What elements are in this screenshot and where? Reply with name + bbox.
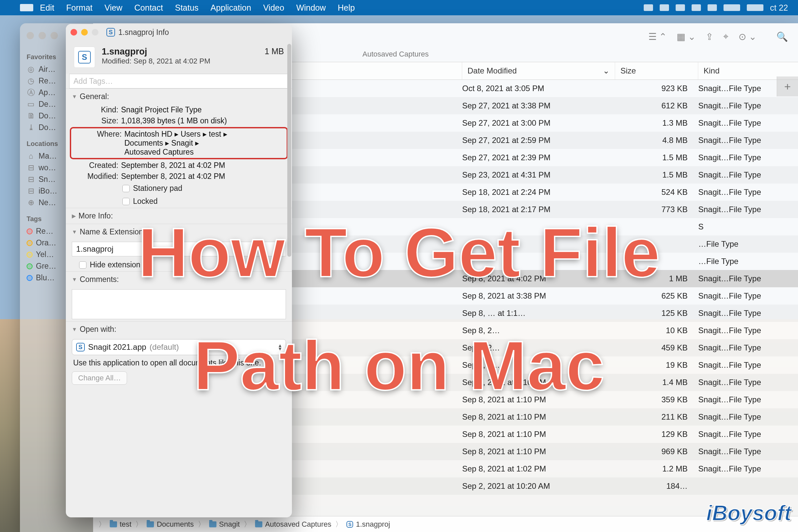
file-size: 923 KB — [610, 84, 693, 93]
menu-window[interactable]: Window — [296, 3, 326, 13]
file-kind: Snagit…File Type — [693, 118, 793, 128]
section-more-info[interactable]: ▶More Info: — [66, 208, 292, 224]
file-size: 612 KB — [610, 101, 693, 110]
hide-extension-label: Hide extension — [90, 260, 140, 269]
scrollbar[interactable] — [287, 44, 291, 257]
menu-contact[interactable]: Contact — [134, 3, 163, 13]
breadcrumb-item[interactable]: test — [110, 520, 131, 529]
comments-input[interactable] — [72, 289, 286, 319]
file-size: 1 MB — [610, 274, 693, 283]
file-date: Sep 8, 2021 at 1:10 PM — [457, 430, 610, 439]
section-name-extension[interactable]: ▼Name & Extension: — [66, 224, 292, 240]
col-date[interactable]: Date Modified⌄ — [462, 62, 615, 79]
file-date: Sep 8, 2… — [457, 343, 610, 353]
breadcrumb-item[interactable]: Autosaved Captures — [255, 520, 331, 529]
status-icon[interactable] — [676, 4, 685, 11]
download-icon: ⤓ — [26, 124, 35, 132]
snagit-file-icon: S — [346, 521, 353, 528]
where-highlight-box: Where:Macintosh HD ▸ Users ▸ test ▸ Docu… — [70, 127, 288, 159]
breadcrumb-item[interactable]: Snagit — [209, 520, 240, 529]
section-comments[interactable]: ▼Comments: — [66, 272, 292, 287]
open-with-help: Use this application to open all documen… — [66, 357, 292, 369]
close-icon[interactable] — [26, 32, 34, 39]
folder-icon — [255, 521, 262, 527]
file-kind: Snagit…File Type — [693, 153, 793, 162]
file-size: 459 KB — [610, 343, 693, 353]
menu-help[interactable]: Help — [338, 3, 355, 13]
menu-format[interactable]: Format — [66, 3, 92, 13]
stationery-checkbox[interactable] — [122, 185, 130, 192]
minimize-icon[interactable] — [81, 29, 88, 36]
status-icon[interactable] — [691, 4, 701, 11]
file-kind: S — [693, 222, 793, 231]
desktop-icon: ▭ — [26, 100, 35, 109]
close-icon[interactable] — [71, 29, 77, 36]
open-with-select[interactable]: S Snagit 2021.app (default) ▲▼ — [72, 339, 286, 355]
file-date: Sep 27, 2021 at 3:00 PM — [457, 118, 610, 128]
file-kind: Snagit…File Type — [693, 101, 793, 110]
section-general[interactable]: ▼General: — [66, 89, 292, 104]
view-list-icon[interactable]: ☰ ⌃ — [648, 31, 667, 42]
info-titlebar[interactable]: S1.snagproj Info — [66, 24, 292, 41]
view-group-icon[interactable]: ▦ ⌄ — [677, 31, 696, 42]
brand-watermark: iBoysoft — [706, 501, 791, 525]
status-icon[interactable] — [644, 4, 653, 11]
breadcrumb-item[interactable]: S1.snagproj — [346, 520, 390, 529]
share-icon[interactable]: ⇪ — [706, 31, 713, 42]
menu-video[interactable]: Video — [263, 3, 284, 13]
locked-checkbox[interactable] — [122, 198, 130, 205]
path-bar: 〉 test 〉 Documents 〉 Snagit 〉 Autosaved … — [93, 516, 798, 532]
tag-color-icon — [26, 228, 33, 234]
maximize-icon[interactable] — [92, 29, 98, 36]
name-extension-input[interactable]: 1.snagproj — [72, 242, 286, 256]
file-kind: Snagit…File Type — [693, 378, 793, 387]
file-kind: Snagit…File Type — [693, 447, 793, 456]
disk-icon: ⊟ — [26, 187, 35, 195]
file-kind: Snagit…File Type — [693, 360, 793, 370]
chevron-up-down-icon: ▲▼ — [278, 344, 282, 350]
menubar-date: ct 22 — [770, 3, 788, 13]
info-window-title: 1.snagproj Info — [118, 28, 169, 37]
file-date: Sep 27, 2021 at 2:39 PM — [457, 153, 610, 162]
more-icon[interactable]: ⊙ ⌄ — [739, 31, 757, 42]
file-kind: …File Type — [693, 257, 793, 266]
file-kind: Snagit…File Type — [693, 170, 793, 179]
document-icon: 🗎 — [26, 112, 35, 120]
hide-extension-checkbox[interactable] — [79, 261, 87, 269]
menu-view[interactable]: View — [104, 3, 122, 13]
file-size: 969 KB — [610, 447, 693, 456]
col-size[interactable]: Size — [615, 62, 698, 79]
airdrop-icon: ◎ — [26, 65, 35, 74]
new-tab-button[interactable]: + — [777, 76, 798, 96]
disk-icon: ⌂ — [26, 152, 35, 160]
menu-application[interactable]: Application — [210, 3, 251, 13]
section-open-with[interactable]: ▼Open with: — [66, 322, 292, 337]
menu-status[interactable]: Status — [175, 3, 198, 13]
snagit-file-icon: S — [107, 28, 115, 37]
status-icon[interactable] — [707, 4, 717, 11]
file-date: Sep 18, 2021 at 2:17 PM — [457, 205, 610, 214]
search-icon[interactable]: 🔍 — [776, 31, 788, 42]
tags-icon[interactable]: ⌖ — [723, 31, 728, 42]
info-modified: Modified: Sep 8, 2021 at 4:02 PM — [102, 57, 284, 65]
file-date: Sep 23, 2021 at 4:31 PM — [457, 170, 610, 179]
minimize-icon[interactable] — [39, 32, 46, 39]
menu-edit[interactable]: Edit — [40, 3, 54, 13]
file-date: Sep 8, 2021 at 3:38 PM — [457, 291, 610, 301]
file-thumbnail: S — [74, 46, 95, 68]
tags-input[interactable]: Add Tags… — [69, 74, 289, 89]
info-modified-full: September 8, 2021 at 4:02 PM — [121, 172, 286, 181]
file-kind: Snagit…File Type — [693, 395, 793, 404]
file-size: 10 KB — [610, 326, 693, 335]
status-icon[interactable] — [747, 4, 763, 11]
change-all-button[interactable]: Change All… — [72, 372, 127, 385]
folder-icon — [147, 521, 154, 527]
disk-icon: ⊟ — [26, 164, 35, 172]
breadcrumb-item[interactable]: Documents — [147, 520, 193, 529]
status-icon[interactable] — [723, 4, 740, 11]
snagit-app-icon: S — [76, 343, 85, 352]
network-icon: ⊕ — [26, 198, 35, 207]
file-kind: Snagit…File Type — [693, 205, 793, 214]
maximize-icon[interactable] — [51, 32, 58, 39]
status-icon[interactable] — [660, 4, 669, 11]
